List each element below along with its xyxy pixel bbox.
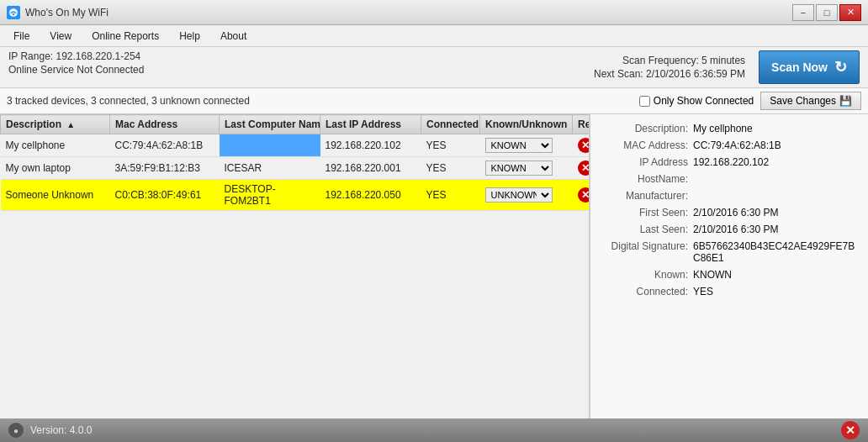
show-connected-checkbox[interactable] <box>639 96 650 107</box>
save-icon: 💾 <box>839 95 852 107</box>
remove-button[interactable]: ✕ <box>578 138 591 153</box>
remove-button[interactable]: ✕ <box>578 187 591 203</box>
known-select[interactable]: KNOWNUNKNOWN <box>485 138 553 153</box>
version-label: Version: 4.0.0 <box>30 424 92 436</box>
detail-value: My cellphone <box>693 123 753 134</box>
known-select[interactable]: KNOWNUNKNOWN <box>485 160 553 176</box>
detail-value: 192.168.220.102 <box>693 156 769 168</box>
detail-row: IP Address192.168.220.102 <box>601 156 858 168</box>
menu-file[interactable]: File <box>3 27 40 45</box>
col-header-compname[interactable]: Last Computer Name <box>220 115 320 134</box>
svg-point-1 <box>13 13 14 14</box>
detail-label: Last Seen: <box>601 224 693 235</box>
cell-connected: YES <box>421 134 480 157</box>
remove-button[interactable]: ✕ <box>578 160 591 176</box>
cell-connected: YES <box>421 157 480 180</box>
detail-value: 2/10/2016 6:30 PM <box>693 207 778 218</box>
col-header-description[interactable]: Description ▲ <box>1 115 110 134</box>
cell-ip: 192.168.220.050 <box>320 180 421 211</box>
show-connected-label[interactable]: Only Show Connected <box>639 95 754 107</box>
cell-known: KNOWNUNKNOWN <box>480 134 573 157</box>
device-status: 3 tracked devices, 3 connected, 3 unknow… <box>7 95 250 107</box>
cell-computer-name: DESKTOP-FOM2BT1 <box>220 180 320 211</box>
bottom-close-button[interactable]: ✕ <box>841 421 860 439</box>
service-status: Online Service Not Connected <box>8 64 144 76</box>
detail-row: Last Seen:2/10/2016 6:30 PM <box>601 224 858 235</box>
cell-description: My own laptop <box>1 157 110 180</box>
detail-row: HostName: <box>601 173 858 185</box>
table-row[interactable]: Someone UnknownC0:CB:38:0F:49:61DESKTOP-… <box>1 180 591 211</box>
detail-label: Manufacturer: <box>601 190 693 202</box>
show-connected-text: Only Show Connected <box>654 95 754 107</box>
window-controls: − □ ✕ <box>792 4 861 21</box>
cell-mac: 3A:59:F9:B1:12:B3 <box>110 157 220 180</box>
detail-row: Known:KNOWN <box>601 269 858 281</box>
cell-known: KNOWNUNKNOWN <box>480 157 573 180</box>
toolbar: 3 tracked devices, 3 connected, 3 unknow… <box>0 88 868 114</box>
details-content: Description:My cellphoneMAC Address:CC:7… <box>601 123 858 297</box>
detail-value: CC:79:4A:62:A8:1B <box>693 139 781 151</box>
next-scan: Next Scan: 2/10/2016 6:36:59 PM <box>594 68 745 80</box>
cell-mac: CC:79:4A:62:A8:1B <box>110 134 220 157</box>
table-row[interactable]: My own laptop3A:59:F9:B1:12:B3ICESAR192.… <box>1 157 591 180</box>
detail-value: KNOWN <box>693 269 732 281</box>
detail-label: Connected: <box>601 286 693 297</box>
detail-label: IP Address <box>601 156 693 168</box>
status-icon: ● <box>8 423 24 438</box>
cell-remove: ✕ <box>573 134 591 157</box>
title-bar: Who's On My WiFi − □ ✕ <box>0 0 868 25</box>
scan-now-button[interactable]: Scan Now ↻ <box>759 50 860 84</box>
col-header-known[interactable]: Known/Unknown <box>480 115 573 134</box>
info-right: Scan Frequency: 5 minutes Next Scan: 2/1… <box>594 55 745 80</box>
detail-value: 2/10/2016 6:30 PM <box>693 224 778 235</box>
col-header-connected[interactable]: Connected <box>421 115 480 134</box>
cell-known: KNOWNUNKNOWN <box>480 180 573 211</box>
info-bar: IP Range: 192.168.220.1-254 Online Servi… <box>0 47 868 88</box>
detail-row: Digital Signature:6B57662340B43EC42AE492… <box>601 240 858 264</box>
svg-point-0 <box>9 8 18 17</box>
table-row[interactable]: My cellphoneCC:79:4A:62:A8:1B192.168.220… <box>1 134 591 157</box>
detail-label: First Seen: <box>601 207 693 218</box>
menu-bar: File View Online Reports Help About <box>0 25 868 47</box>
cell-mac: C0:CB:38:0F:49:61 <box>110 180 220 211</box>
scan-now-label: Scan Now <box>771 61 828 74</box>
menu-about[interactable]: About <box>210 27 257 45</box>
col-header-mac[interactable]: Mac Address <box>110 115 220 134</box>
detail-label: Description: <box>601 123 693 134</box>
restore-button[interactable]: □ <box>816 4 838 21</box>
detail-label: Known: <box>601 269 693 281</box>
cell-remove: ✕ <box>573 157 591 180</box>
detail-value: YES <box>693 286 713 297</box>
refresh-icon: ↻ <box>834 58 847 76</box>
cell-connected: YES <box>421 180 480 211</box>
detail-row: Manufacturer: <box>601 190 858 202</box>
menu-view[interactable]: View <box>40 27 82 45</box>
cell-computer-name <box>220 134 320 157</box>
col-header-remove: Remove <box>573 115 591 134</box>
known-select[interactable]: KNOWNUNKNOWN <box>485 187 553 203</box>
bottom-bar: ● Version: 4.0.0 ✕ <box>0 418 868 442</box>
save-changes-button[interactable]: Save Changes 💾 <box>760 92 861 110</box>
minimize-button[interactable]: − <box>792 4 814 21</box>
cell-ip: 192.168.220.102 <box>320 134 421 157</box>
window-title: Who's On My WiFi <box>25 7 108 18</box>
scan-area: Scan Frequency: 5 minutes Next Scan: 2/1… <box>594 50 860 84</box>
cell-ip: 192.168.220.001 <box>320 157 421 180</box>
cell-computer-name: ICESAR <box>220 157 320 180</box>
detail-label: MAC Address: <box>601 139 693 151</box>
scan-frequency: Scan Frequency: 5 minutes <box>622 55 745 66</box>
details-panel: Description:My cellphoneMAC Address:CC:7… <box>590 114 868 418</box>
devices-table: Description ▲ Mac Address Last Computer … <box>0 114 590 211</box>
col-header-ip[interactable]: Last IP Address <box>320 115 421 134</box>
app-icon <box>7 6 20 19</box>
info-left: IP Range: 192.168.220.1-254 Online Servi… <box>8 50 144 76</box>
bottom-bar-left: ● Version: 4.0.0 <box>8 423 92 438</box>
detail-label: Digital Signature: <box>601 240 693 264</box>
menu-help[interactable]: Help <box>169 27 210 45</box>
detail-row: Description:My cellphone <box>601 123 858 134</box>
cell-remove: ✕ <box>573 180 591 211</box>
close-button[interactable]: ✕ <box>839 4 861 21</box>
ip-range: IP Range: 192.168.220.1-254 <box>8 50 144 62</box>
toolbar-right: Only Show Connected Save Changes 💾 <box>639 92 861 110</box>
menu-online-reports[interactable]: Online Reports <box>82 27 169 45</box>
